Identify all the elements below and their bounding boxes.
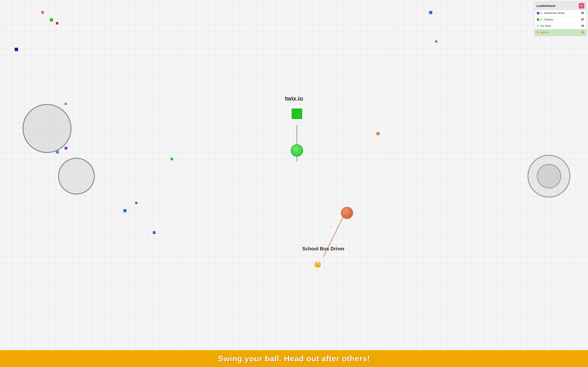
leaderboard-score-6: 16 xyxy=(581,31,584,34)
leaderboard-row-1-left: 1. School Bus Driver xyxy=(537,12,565,15)
leaderboard-header: Leaderboard × xyxy=(535,2,586,10)
leaderboard-row-2-left: 2. Charms xyxy=(537,18,553,21)
leaderboard-score-3: 19 xyxy=(581,24,584,27)
bottom-banner: Swing your ball. Head out after others! xyxy=(0,350,588,367)
leaderboard-name-6: twix.io xyxy=(540,31,548,34)
leaderboard-row-6: 6. twix.io 16 xyxy=(535,29,586,36)
leaderboard-row-1: 1. School Bus Driver 35 xyxy=(535,10,586,16)
leaderboard-close-button[interactable]: × xyxy=(579,3,584,8)
leaderboard-row-3-left: 3. Toy Town xyxy=(537,25,551,27)
leaderboard-row-6-left: 6. twix.io xyxy=(537,31,548,34)
leaderboard-color-indicator-1 xyxy=(537,12,539,14)
leaderboard-title: Leaderboard xyxy=(536,4,555,8)
leaderboard-name-2: Charms xyxy=(544,18,553,21)
leaderboard-name-3: Toy Town xyxy=(540,25,551,27)
leaderboard-rank-6: 6. xyxy=(537,31,539,34)
leaderboard-color-indicator-2 xyxy=(537,18,539,21)
grid-background xyxy=(0,0,588,367)
leaderboard-rank-1: 1. xyxy=(541,12,543,15)
leaderboard-score-1: 35 xyxy=(581,11,584,15)
game-container: twix.io School Bus Driver 👑 Leaderboard … xyxy=(0,0,588,367)
leaderboard-rank-3: 3. xyxy=(537,25,539,27)
banner-text: Swing your ball. Head out after others! xyxy=(218,354,370,363)
leaderboard-name-1: School Bus Driver xyxy=(544,12,565,15)
leaderboard-rank-2: 2. xyxy=(541,18,543,21)
leaderboard-score-2: 22 xyxy=(581,18,584,21)
leaderboard-panel: Leaderboard × 1. School Bus Driver 35 2.… xyxy=(534,1,587,36)
leaderboard-row-3: 3. Toy Town 19 xyxy=(535,23,586,29)
leaderboard-row-2: 2. Charms 22 xyxy=(535,16,586,23)
